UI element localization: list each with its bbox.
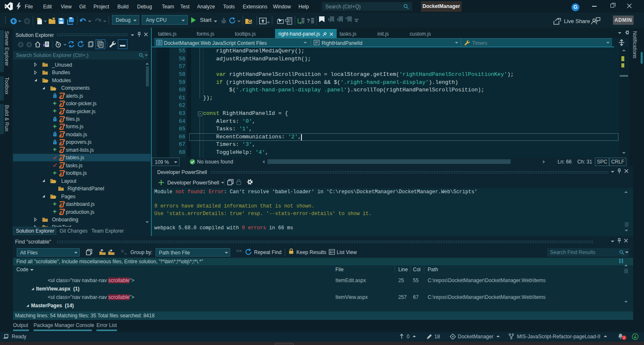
svg-text:?: ? — [307, 18, 310, 24]
